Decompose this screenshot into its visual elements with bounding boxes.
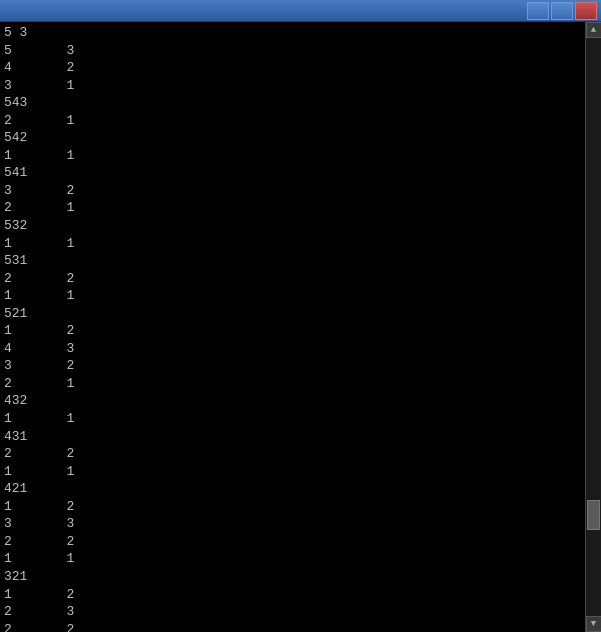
minimize-button[interactable] <box>527 2 549 20</box>
console-wrapper: 5 3 5 3 4 2 3 1 543 2 1 542 1 1 541 3 2 … <box>0 22 601 632</box>
scrollbar[interactable]: ▲ ▼ <box>585 22 601 632</box>
console-output: 5 3 5 3 4 2 3 1 543 2 1 542 1 1 541 3 2 … <box>0 22 585 632</box>
scroll-up-button[interactable]: ▲ <box>586 22 602 38</box>
scroll-thumb[interactable] <box>587 500 600 530</box>
scroll-track[interactable] <box>586 38 601 616</box>
title-bar <box>0 0 601 22</box>
scroll-down-button[interactable]: ▼ <box>586 616 602 632</box>
title-bar-controls <box>527 2 597 20</box>
maximize-button[interactable] <box>551 2 573 20</box>
close-button[interactable] <box>575 2 597 20</box>
